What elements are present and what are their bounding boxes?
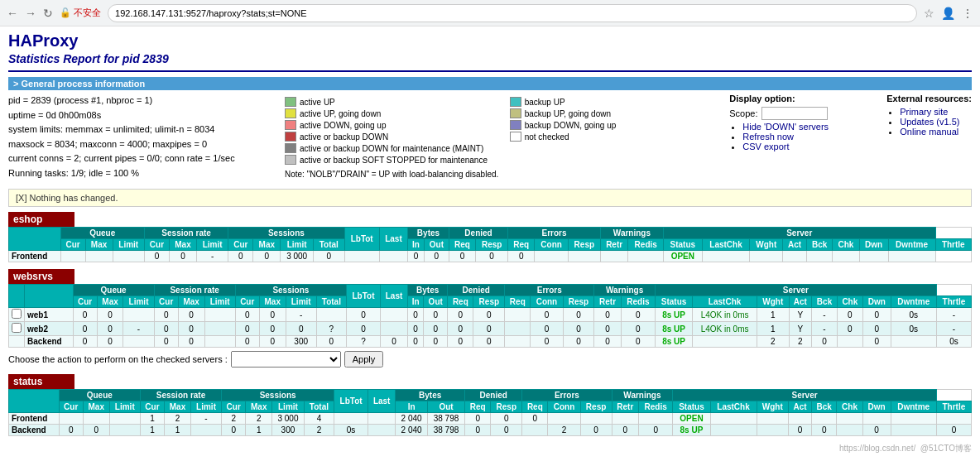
- th-empty: [9, 228, 61, 251]
- hide-down-link[interactable]: Hide 'DOWN' servers: [742, 122, 829, 132]
- legend-note: Note: "NOLB"/"DRAIN" = UP with load-bala…: [285, 170, 718, 179]
- primary-site-link[interactable]: Primary site: [900, 107, 948, 117]
- status-web2: 8s UP: [655, 322, 692, 336]
- status-backend-s: 8s UP: [673, 425, 710, 436]
- legend-item-6: active or backup DOWN: [285, 132, 493, 142]
- status-frontend-s: OPEN: [673, 413, 710, 425]
- status-web1: 8s UP: [655, 308, 692, 322]
- info-line-1: pid = 2839 (process #1, nbproc = 1): [8, 94, 273, 108]
- th-s-cur: Cur: [228, 239, 253, 251]
- th-q-lim: Limit: [113, 239, 144, 251]
- eshop-section: eshop Queue Session rate Sessions LbTot …: [8, 212, 972, 262]
- table-row: Backend 00 11 013002 0s 2 04038 798 00 2…: [9, 425, 972, 436]
- th-q-cur: Cur: [60, 239, 85, 251]
- action-row: Choose the action to perform on the chec…: [8, 351, 972, 368]
- apply-button[interactable]: Apply: [344, 351, 384, 368]
- info-line-6: Running tasks: 1/9; idle = 100 %: [8, 166, 273, 181]
- forward-button[interactable]: →: [25, 7, 36, 20]
- legend-label-7: not checked: [525, 132, 569, 142]
- back-button[interactable]: ←: [7, 7, 18, 20]
- th-lbtot-w: LbTot: [347, 285, 381, 308]
- browser-bar: ← → ↻ 🔓 不安全 ☆ 👤 ⋮: [0, 0, 980, 26]
- browser-icons: ☆ 👤 ⋮: [924, 7, 973, 20]
- th-e-resp: Resp: [568, 239, 600, 251]
- th-s-max: Max: [253, 239, 281, 251]
- legend-label-5: backup DOWN, going up: [525, 121, 617, 130]
- th-s-lim: Limit: [281, 239, 314, 251]
- status-backend-w: 8s UP: [655, 336, 692, 348]
- th-sr-max: Max: [170, 239, 197, 251]
- th-warnings: Warnings: [600, 228, 663, 239]
- legend-color-5: [510, 120, 521, 130]
- updates-link[interactable]: Updates (v1.5): [900, 117, 959, 127]
- legend-item-1: backup UP: [510, 97, 718, 107]
- legend-item-3: backup UP, going down: [510, 108, 718, 118]
- legend-color-4: [285, 120, 296, 130]
- th-warnings-w: Warnings: [594, 285, 656, 296]
- th-queue: Queue: [60, 228, 144, 239]
- th-empty-s: [9, 390, 60, 413]
- th-sr-w: Session rate: [154, 285, 235, 296]
- security-warning: 🔓 不安全: [60, 7, 101, 19]
- th-bytes-w: Bytes: [408, 285, 448, 296]
- scope-input[interactable]: [761, 107, 828, 120]
- page-title: HAProxy: [8, 31, 972, 50]
- info-line-5: current conns = 2; current pipes = 0/0; …: [8, 151, 273, 166]
- row-label-backend-s: Backend: [9, 425, 60, 436]
- legend-label-4: active DOWN, going up: [300, 121, 387, 130]
- legend-item-7: not checked: [510, 132, 718, 142]
- th-srv-dwn: Dwn: [859, 239, 888, 251]
- row-label-web1: web1: [25, 308, 74, 322]
- th-last-s: Last: [368, 390, 396, 413]
- legend-color-2: [285, 108, 296, 118]
- row-checkbox-web2[interactable]: [12, 323, 22, 333]
- th-denied-w: Denied: [448, 285, 505, 296]
- th-bytes-s: Bytes: [396, 390, 465, 401]
- websrvs-section: websrvs Queue Session rate Sessions LbTo…: [8, 269, 972, 368]
- legend-box: active UP backup UP active UP, going dow…: [281, 94, 721, 182]
- th-sr-s: Session rate: [140, 390, 221, 401]
- csv-export-link[interactable]: CSV export: [742, 142, 789, 151]
- info-line-4: maxsock = 8034; maxconn = 4000; maxpipes…: [8, 137, 273, 152]
- action-select[interactable]: Set state to READY Set state to DRAIN Se…: [231, 351, 341, 368]
- refresh-now-link[interactable]: Refresh now: [742, 132, 794, 142]
- th-srv-dwntme: Dwntme: [888, 239, 935, 251]
- th-b-in: In: [408, 239, 425, 251]
- legend-label-8: active or backup DOWN for maintenance (M…: [300, 144, 483, 153]
- legend-color-7: [510, 132, 521, 142]
- th-s-tot: Total: [314, 239, 344, 251]
- profile-icon[interactable]: 👤: [941, 7, 955, 20]
- websrvs-table: Queue Session rate Sessions LbTot Last B…: [8, 284, 972, 348]
- menu-icon[interactable]: ⋮: [962, 7, 973, 20]
- th-srv-wght: Wght: [750, 239, 783, 251]
- row-checkbox-web1[interactable]: [12, 309, 22, 319]
- th-warnings-s: Warnings: [612, 390, 673, 401]
- row-label: Frontend: [9, 251, 61, 262]
- th-srv-thrtle: Thrtle: [935, 239, 971, 251]
- table-row: web1 00 00 00- 0 00 00 00 00 8s UP L4OK …: [9, 308, 972, 322]
- th-srv-chk: Chk: [833, 239, 859, 251]
- lastchk-web1: L4OK in 0ms: [693, 308, 757, 322]
- th-errors: Errors: [508, 228, 601, 239]
- eshop-table: Queue Session rate Sessions LbTot Last B…: [8, 227, 972, 262]
- bookmark-icon[interactable]: ☆: [924, 7, 934, 20]
- legend-item-4: active DOWN, going up: [285, 120, 493, 130]
- status-table: Queue Session rate Sessions LbTot Last B…: [8, 389, 972, 436]
- th-queue-w: Queue: [73, 285, 154, 296]
- th-server: Server: [663, 228, 935, 239]
- legend-label-9: active or backup SOFT STOPPED for mainte…: [300, 156, 488, 165]
- legend-label-1: backup UP: [525, 98, 565, 107]
- online-manual-link[interactable]: Online manual: [900, 127, 958, 137]
- row-label-web2: web2: [25, 322, 74, 336]
- address-bar[interactable]: [108, 4, 917, 22]
- legend-item-5: backup DOWN, going up: [510, 120, 718, 130]
- table-row: Backend 00 00 003000 ?0 00 00 00 00 8s U…: [9, 336, 972, 348]
- reload-button[interactable]: ↻: [43, 7, 53, 20]
- th-last: Last: [379, 228, 407, 251]
- th-q-max: Max: [85, 239, 113, 251]
- th-b-out: Out: [424, 239, 449, 251]
- th-last-w: Last: [380, 285, 407, 308]
- legend-item-2: active UP, going down: [285, 108, 493, 118]
- table-row: Frontend 00- 003 0000 00 00 0 OPEN: [9, 251, 972, 262]
- page-subtitle: Statistics Report for pid 2839: [8, 52, 972, 65]
